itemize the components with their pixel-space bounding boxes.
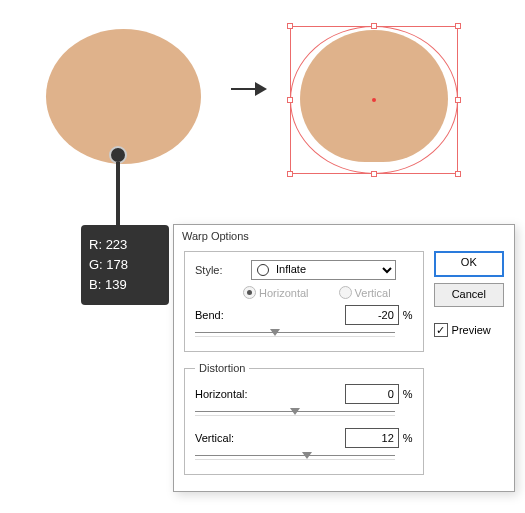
style-label: Style: [195, 264, 243, 276]
bend-label: Bend: [195, 309, 255, 321]
slider-thumb-icon[interactable] [290, 408, 300, 415]
resize-handle-w[interactable] [287, 97, 293, 103]
percent-label: % [403, 388, 413, 400]
distortion-horizontal-label: Horizontal: [195, 388, 255, 400]
resize-handle-sw[interactable] [287, 171, 293, 177]
original-ellipse-shape [46, 29, 201, 164]
center-point-icon [372, 98, 376, 102]
bend-input[interactable] [345, 305, 399, 325]
preview-label: Preview [452, 324, 491, 336]
color-b-label: B: [89, 277, 101, 292]
percent-label: % [403, 432, 413, 444]
radio-icon [339, 286, 352, 299]
color-b-value: 139 [105, 277, 127, 292]
percent-label: % [403, 309, 413, 321]
resize-handle-s[interactable] [371, 171, 377, 177]
callout-line [116, 162, 120, 227]
distortion-group: Distortion Horizontal: % Vertical: [184, 362, 424, 475]
resize-handle-ne[interactable] [455, 23, 461, 29]
resize-handle-se[interactable] [455, 171, 461, 177]
arrow-icon [231, 88, 265, 90]
ok-button[interactable]: OK [434, 251, 504, 277]
orientation-vertical-radio[interactable]: Vertical [339, 286, 391, 299]
distortion-horizontal-slider[interactable] [195, 406, 395, 420]
color-readout-tooltip: R: 223 G: 178 B: 139 [81, 225, 169, 305]
radio-icon [243, 286, 256, 299]
color-g-value: 178 [106, 257, 128, 272]
color-r-value: 223 [106, 237, 128, 252]
resize-handle-n[interactable] [371, 23, 377, 29]
distortion-vertical-label: Vertical: [195, 432, 255, 444]
color-r-label: R: [89, 237, 102, 252]
bend-slider[interactable] [195, 327, 395, 341]
orientation-vertical-label: Vertical [355, 287, 391, 299]
distortion-legend: Distortion [195, 362, 249, 374]
warped-shape-selection [290, 26, 458, 174]
cancel-button[interactable]: Cancel [434, 283, 504, 307]
resize-handle-nw[interactable] [287, 23, 293, 29]
distortion-horizontal-input[interactable] [345, 384, 399, 404]
warp-options-dialog: Warp Options Style: Inflate [173, 224, 515, 492]
distortion-vertical-slider[interactable] [195, 450, 395, 464]
style-select[interactable] [251, 260, 396, 280]
distortion-vertical-input[interactable] [345, 428, 399, 448]
slider-thumb-icon[interactable] [270, 329, 280, 336]
slider-thumb-icon[interactable] [302, 452, 312, 459]
dialog-title: Warp Options [174, 225, 514, 245]
resize-handle-e[interactable] [455, 97, 461, 103]
orientation-horizontal-label: Horizontal [259, 287, 309, 299]
color-g-label: G: [89, 257, 103, 272]
checkbox-icon: ✓ [434, 323, 448, 337]
warp-main-group: Style: Inflate Horizontal [184, 251, 424, 352]
orientation-horizontal-radio[interactable]: Horizontal [243, 286, 309, 299]
preview-checkbox[interactable]: ✓ Preview [434, 323, 504, 337]
